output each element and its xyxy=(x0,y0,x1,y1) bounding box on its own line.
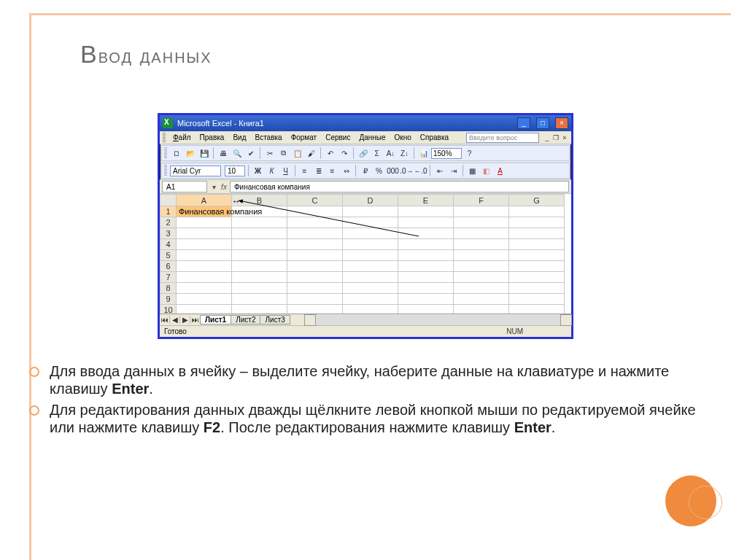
bullet-icon xyxy=(29,367,39,377)
row-header-5[interactable]: 5 xyxy=(160,250,177,261)
autosum-icon[interactable]: Σ xyxy=(371,147,383,160)
sort-desc-icon[interactable]: Z↓ xyxy=(398,147,411,160)
tab-last-icon[interactable]: ⏭ xyxy=(190,316,201,324)
grip-icon xyxy=(163,133,166,143)
spell-icon[interactable]: ✔ xyxy=(244,147,257,160)
list-item: Для редактирования данных дважды щёлкнит… xyxy=(29,402,711,436)
namebox-dropdown-icon[interactable]: ▾ xyxy=(209,183,218,191)
fill-color-icon[interactable]: ◧ xyxy=(480,165,492,177)
menu-format[interactable]: Формат xyxy=(287,133,321,141)
format-painter-icon[interactable]: 🖌 xyxy=(305,147,317,160)
sheet-tab-3[interactable]: Лист3 xyxy=(260,315,290,324)
row-header-2[interactable]: 2 xyxy=(160,217,177,228)
merge-icon[interactable]: ⇔ xyxy=(340,165,352,177)
cell-D1[interactable] xyxy=(343,206,398,217)
cell-E1[interactable] xyxy=(398,206,454,217)
maximize-button[interactable]: □ xyxy=(536,117,549,129)
tab-first-icon[interactable]: ⏮ xyxy=(160,316,170,324)
horizontal-scrollbar[interactable] xyxy=(305,315,571,325)
font-size-combo[interactable]: 10 xyxy=(225,166,245,176)
sheet-tabs-bar: ⏮ ◀ ▶ ⏭ Лист1 Лист2 Лист3 xyxy=(160,314,571,325)
col-header-A[interactable]: A xyxy=(177,195,232,206)
menu-help[interactable]: Справка xyxy=(417,133,452,141)
row-header-4[interactable]: 4 xyxy=(160,239,177,250)
decrease-decimal-icon[interactable]: ←.0 xyxy=(414,165,427,177)
menu-view[interactable]: Вид xyxy=(229,133,249,141)
underline-icon[interactable]: Ч xyxy=(279,165,292,177)
font-name-combo[interactable]: Arial Cyr xyxy=(170,166,221,176)
indent-inc-icon[interactable]: ⇥ xyxy=(447,165,460,177)
bold-icon[interactable]: Ж xyxy=(252,165,264,177)
tab-prev-icon[interactable]: ◀ xyxy=(170,316,180,324)
indent-dec-icon[interactable]: ⇤ xyxy=(433,165,446,177)
col-header-E[interactable]: E xyxy=(398,195,454,206)
num-lock-indicator: NUM xyxy=(506,327,523,335)
menu-file[interactable]: Файл xyxy=(169,133,195,141)
align-center-icon[interactable]: ≣ xyxy=(312,165,325,177)
row-header-3[interactable]: 3 xyxy=(160,228,177,239)
sheet-tab-1[interactable]: Лист1 xyxy=(200,315,231,324)
cell-C1[interactable] xyxy=(287,206,343,217)
chart-icon[interactable]: 📊 xyxy=(417,147,430,160)
copy-icon[interactable]: ⧉ xyxy=(277,147,290,160)
ask-question-box[interactable]: Введите вопрос xyxy=(466,133,539,143)
save-icon[interactable]: 💾 xyxy=(198,147,210,160)
sheet-tab-2[interactable]: Лист2 xyxy=(231,315,260,324)
doc-minimize-button[interactable]: _ xyxy=(543,134,551,141)
cut-icon[interactable]: ✂ xyxy=(263,147,276,160)
comma-icon[interactable]: 000 xyxy=(387,165,399,177)
grip-icon xyxy=(164,147,167,159)
close-button[interactable]: × xyxy=(555,117,568,129)
italic-icon[interactable]: К xyxy=(266,165,278,177)
worksheet-grid[interactable]: A B C D E F G 1 2 3 4 5 6 7 xyxy=(160,194,571,314)
col-header-F[interactable]: F xyxy=(454,195,509,206)
row-header-9[interactable]: 9 xyxy=(160,294,177,305)
col-header-D[interactable]: D xyxy=(343,195,398,206)
align-right-icon[interactable]: ≡ xyxy=(326,165,338,177)
menu-window[interactable]: Окно xyxy=(391,133,415,141)
row-header-8[interactable]: 8 xyxy=(160,283,177,294)
increase-decimal-icon[interactable]: .0→ xyxy=(400,165,413,177)
help-icon[interactable]: ? xyxy=(463,147,476,160)
link-icon[interactable]: 🔗 xyxy=(357,147,369,160)
cell-G1[interactable] xyxy=(509,206,565,217)
slide-title: Ввод данных xyxy=(80,40,212,69)
col-header-G[interactable]: G xyxy=(509,195,565,206)
sort-asc-icon[interactable]: A↓ xyxy=(384,147,397,160)
menu-data[interactable]: Данные xyxy=(355,133,389,141)
undo-icon[interactable]: ↶ xyxy=(324,147,336,160)
col-header-C[interactable]: C xyxy=(287,195,343,206)
row-header-6[interactable]: 6 xyxy=(160,261,177,272)
doc-restore-button[interactable]: ❐ xyxy=(552,134,560,141)
percent-icon[interactable]: % xyxy=(373,165,385,177)
row-header-7[interactable]: 7 xyxy=(160,272,177,283)
tab-next-icon[interactable]: ▶ xyxy=(180,316,190,324)
row-header-10[interactable]: 10 xyxy=(160,305,177,314)
font-color-icon[interactable]: A xyxy=(494,165,506,177)
currency-icon[interactable]: ₽ xyxy=(359,165,371,177)
doc-close-button[interactable]: × xyxy=(561,134,568,141)
cell-a1-text: Финансовая компания xyxy=(179,207,262,216)
formula-input[interactable]: Финансовая компания xyxy=(230,181,569,192)
paste-icon[interactable]: 📋 xyxy=(291,147,303,160)
redo-icon[interactable]: ↷ xyxy=(338,147,350,160)
name-box[interactable]: A1 xyxy=(162,181,207,192)
open-icon[interactable]: 📂 xyxy=(184,147,196,160)
row-header-1[interactable]: 1 xyxy=(160,206,177,217)
menu-insert[interactable]: Вставка xyxy=(251,133,285,141)
select-all-corner[interactable] xyxy=(160,195,177,206)
menu-edit[interactable]: Правка xyxy=(196,133,228,141)
col-header-B[interactable]: B xyxy=(232,195,287,206)
decorative-circle-icon xyxy=(665,475,716,526)
align-left-icon[interactable]: ≡ xyxy=(298,165,311,177)
print-icon[interactable]: 🖶 xyxy=(217,147,229,160)
borders-icon[interactable]: ▦ xyxy=(466,165,479,177)
preview-icon[interactable]: 🔍 xyxy=(231,147,243,160)
new-icon[interactable]: 🗋 xyxy=(170,147,182,160)
minimize-button[interactable]: _ xyxy=(517,117,530,129)
standard-toolbar: 🗋 📂 💾 🖶 🔍 ✔ ✂ ⧉ 📋 🖌 ↶ ↷ 🔗 Σ A↓ Z↓ 📊 150%… xyxy=(161,145,570,161)
zoom-combo[interactable]: 150% xyxy=(431,148,462,159)
cell-F1[interactable] xyxy=(454,206,509,217)
fx-icon[interactable]: fx xyxy=(218,183,230,191)
menu-tools[interactable]: Сервис xyxy=(322,133,354,141)
